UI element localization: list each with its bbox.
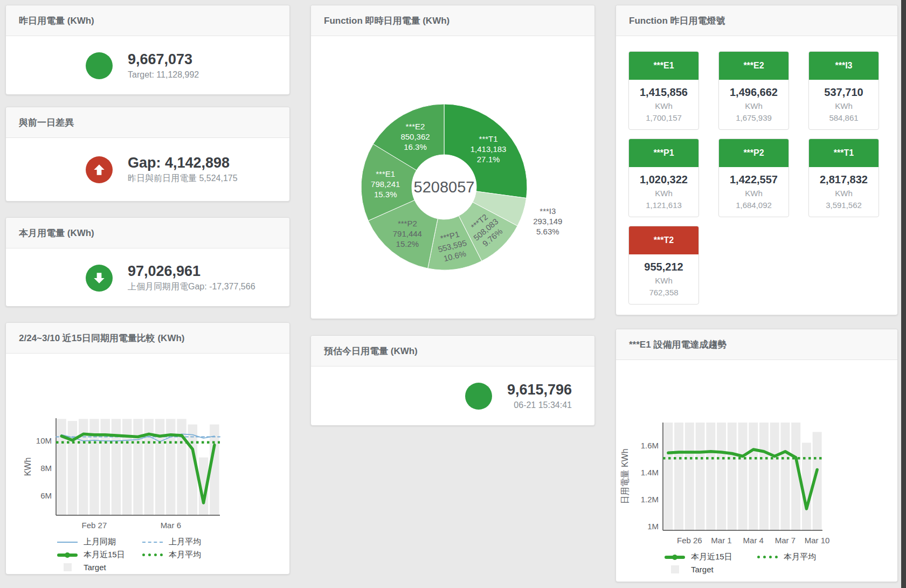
tile-unit: KWh — [629, 276, 698, 285]
function-tile: ***E21,496,662KWh1,675,939 — [718, 51, 789, 130]
yesterday-usage-value: 9,667,073 — [128, 52, 199, 68]
legend-label: 本月平均 — [784, 552, 816, 562]
card-title: 本月用電量 (KWh) — [6, 218, 289, 248]
realtime-usage-donut[interactable]: ***T11,413,18327.1%***I3293,1495.63%***T… — [311, 36, 596, 319]
dot-green-swatch-icon — [142, 554, 163, 556]
tile-target: 1,700,157 — [629, 113, 698, 122]
svg-text:10M: 10M — [36, 436, 52, 445]
tile-target: 1,684,092 — [719, 200, 789, 210]
legend-item[interactable]: 上月平均 — [142, 537, 234, 547]
function-tiles: ***E11,415,856KWh1,700,157***E21,496,662… — [616, 36, 897, 305]
card-function-lights: Function 昨日用電燈號 ***E11,415,856KWh1,700,1… — [615, 5, 898, 315]
function-tile: ***P11,020,322KWh1,121,613 — [628, 139, 699, 217]
month-usage-stat: 97,026,961 上個月同期用電Gap: -17,377,566 — [6, 248, 289, 308]
card-month-usage: 本月用電量 (KWh) 97,026,961 上個月同期用電Gap: -17,3… — [5, 217, 290, 307]
svg-text:1.6M: 1.6M — [641, 441, 659, 450]
card-e1-trend-chart: ***E1 設備用電達成趨勢 1M1.2M1.4M1.6MFeb 26Mar 1… — [615, 329, 898, 582]
legend-item[interactable]: 本月平均 — [757, 552, 843, 562]
svg-text:1.2M: 1.2M — [641, 495, 659, 504]
yesterday-usage-stat: 9,667,073 Target: 11,128,992 — [6, 36, 289, 95]
svg-text:Feb 27: Feb 27 — [82, 521, 107, 530]
compare-15day-chart[interactable]: 6M8M10MFeb 27Mar 6KWh — [6, 354, 291, 534]
card-title: Function 昨日用電燈號 — [616, 5, 897, 36]
card-title: 2/24~3/10 近15日同期用電量比較 (KWh) — [6, 323, 289, 354]
tile-unit: KWh — [719, 189, 789, 198]
svg-text:Mar 4: Mar 4 — [743, 536, 764, 545]
function-tile: ***T2955,212KWh762,358 — [628, 226, 699, 305]
tile-unit: KWh — [809, 189, 879, 198]
function-tile: ***T12,817,832KWh3,591,562 — [808, 139, 879, 217]
yesterday-usage-target: Target: 11,128,992 — [128, 70, 199, 80]
tile-value: 955,212 — [629, 261, 698, 273]
tile-name: ***I3 — [809, 52, 879, 80]
tile-unit: KWh — [629, 189, 698, 198]
card-title: ***E1 設備用電達成趨勢 — [616, 329, 897, 360]
function-tile: ***I3537,710KWh584,861 — [808, 51, 879, 130]
legend-item[interactable]: 本月近15日 — [57, 550, 142, 560]
svg-text:1.4M: 1.4M — [641, 468, 659, 477]
month-usage-gap: 上個月同期用電Gap: -17,377,566 — [128, 281, 255, 293]
gap-stat: Gap: 4,142,898 昨日與前日用電量 5,524,175 — [6, 138, 289, 202]
energy-dashboard: 昨日用電量 (KWh) 9,667,073 Target: 11,128,992… — [0, 0, 906, 588]
svg-text:KWh: KWh — [23, 458, 32, 476]
square-gray-swatch-icon — [57, 563, 78, 571]
month-usage-value: 97,026,961 — [128, 264, 255, 280]
card-estimate-today: 預估今日用電量 (KWh) 9,615,796 06-21 15:34:41 — [310, 335, 595, 426]
legend-label: 本月近15日 — [84, 550, 125, 560]
legend-label: 上月平均 — [169, 537, 201, 547]
dash-blue-swatch-icon — [142, 542, 163, 543]
tile-value: 1,422,557 — [719, 174, 789, 186]
tile-value: 1,415,856 — [629, 86, 698, 99]
function-tile: ***P21,422,557KWh1,684,092 — [718, 139, 789, 217]
legend-item[interactable]: 上月同期 — [57, 537, 142, 547]
tile-target: 1,121,613 — [629, 200, 698, 210]
tile-name: ***P2 — [719, 139, 789, 167]
down-arrow-icon — [86, 265, 113, 292]
tile-name: ***E2 — [719, 52, 789, 80]
up-arrow-icon — [86, 156, 113, 183]
window-scrollbar[interactable] — [901, 0, 906, 588]
status-circle-green — [465, 383, 492, 410]
tile-target: 584,861 — [809, 113, 879, 122]
gap-value: Gap: 4,142,898 — [128, 155, 238, 171]
estimate-timestamp: 06-21 15:34:41 — [507, 400, 572, 410]
tile-name: ***T2 — [629, 226, 698, 254]
tile-name: ***E1 — [629, 52, 698, 80]
legend-label: 本月平均 — [169, 550, 201, 560]
e1-trend-legend: 本月近15日本月平均Target — [665, 552, 897, 574]
legend-item[interactable]: Target — [665, 565, 757, 574]
square-gray-swatch-icon — [665, 565, 685, 573]
legend-item[interactable]: 本月平均 — [142, 550, 234, 560]
card-title: Function 即時日用電量 (KWh) — [311, 5, 594, 36]
thick-green-swatch-icon — [665, 556, 685, 559]
svg-text:6M: 6M — [40, 491, 52, 500]
legend-item[interactable]: 本月近15日 — [665, 552, 757, 562]
dot-green-swatch-icon — [757, 556, 778, 558]
card-title: 昨日用電量 (KWh) — [6, 5, 289, 36]
legend-item[interactable]: Target — [57, 563, 142, 572]
svg-text:Mar 7: Mar 7 — [775, 536, 796, 545]
svg-text:日用電量 KWh: 日用電量 KWh — [620, 448, 630, 504]
thick-green-swatch-icon — [57, 554, 78, 557]
estimate-value: 9,615,796 — [507, 382, 572, 398]
svg-text:***I3293,1495.63%: ***I3293,1495.63% — [533, 206, 562, 236]
estimate-stat: 9,615,796 06-21 15:34:41 — [311, 366, 594, 426]
card-function-realtime-donut: Function 即時日用電量 (KWh) ***T11,413,18327.1… — [310, 5, 595, 319]
tile-unit: KWh — [809, 101, 879, 110]
legend-label: 本月近15日 — [691, 552, 732, 562]
tile-target: 3,591,562 — [809, 200, 879, 210]
svg-text:Mar 10: Mar 10 — [805, 536, 830, 545]
legend-label: 上月同期 — [84, 537, 116, 547]
card-15day-compare-chart: 2/24~3/10 近15日同期用電量比較 (KWh) 6M8M10MFeb 2… — [5, 322, 290, 575]
tile-unit: KWh — [719, 101, 789, 110]
solid-blue-swatch-icon — [57, 542, 78, 543]
tile-value: 537,710 — [809, 86, 879, 99]
card-title: 預估今日用電量 (KWh) — [311, 336, 594, 366]
tile-value: 1,496,662 — [719, 86, 789, 99]
card-yesterday-usage: 昨日用電量 (KWh) 9,667,073 Target: 11,128,992 — [5, 5, 290, 95]
card-gap-prev-day: 與前一日差異 Gap: 4,142,898 昨日與前日用電量 5,524,175 — [5, 107, 290, 202]
e1-trend-chart[interactable]: 1M1.2M1.4M1.6MFeb 26Mar 1Mar 4Mar 7Mar 1… — [616, 360, 898, 549]
svg-text:5208057: 5208057 — [414, 178, 475, 196]
tile-target: 1,675,939 — [719, 113, 789, 122]
svg-text:Feb 26: Feb 26 — [677, 536, 702, 545]
